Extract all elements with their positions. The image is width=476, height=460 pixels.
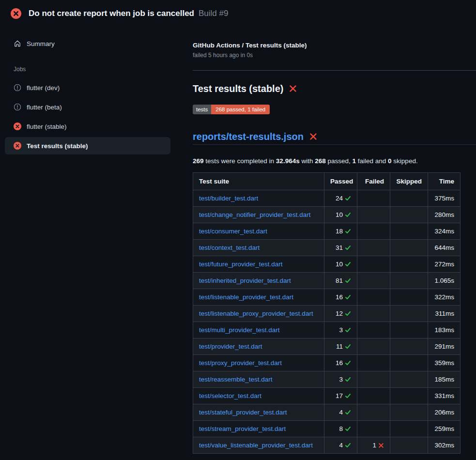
- test-suite-row: test/context_test.dart 31 644ms: [193, 240, 461, 256]
- sidebar-item-flutter-stable[interactable]: flutter (stable): [5, 118, 170, 135]
- check-icon: [345, 195, 351, 202]
- sidebar-job-label: flutter (stable): [27, 123, 67, 130]
- test-table-body: test/builder_test.dart 24 375ms test/cha…: [193, 190, 461, 454]
- test-suite-row: test/value_listenable_provider_test.dart…: [193, 437, 461, 454]
- jobs-section-label: Jobs: [5, 66, 170, 73]
- test-suite-link[interactable]: test/proxy_provider_test.dart: [199, 359, 282, 367]
- test-suite-row: test/listenable_proxy_provider_test.dart…: [193, 306, 461, 322]
- check-title-text: Test results (stable): [193, 82, 283, 95]
- sidebar-item-summary[interactable]: Summary: [5, 35, 170, 52]
- test-suite-link[interactable]: test/multi_provider_test.dart: [199, 326, 280, 334]
- tests-status-badge: tests 268 passed, 1 failed: [193, 105, 270, 114]
- workflow-run-title: Do not create report when job is cancell…: [29, 9, 194, 18]
- sidebar-job-label: flutter (dev): [27, 84, 60, 92]
- test-suite-row: test/change_notifier_provider_test.dart …: [193, 207, 461, 223]
- test-suite-row: test/stream_provider_test.dart 8 259ms: [193, 421, 461, 437]
- failed-x-circle-icon: [14, 142, 21, 150]
- column-header-passed: Passed: [324, 173, 357, 190]
- app-header: Do not create report when job is cancell…: [0, 0, 476, 27]
- failed-x-icon: [289, 84, 297, 93]
- check-icon: [345, 326, 351, 334]
- check-icon: [345, 228, 351, 235]
- check-run-content: GitHub Actions / Test results (stable) f…: [193, 27, 476, 454]
- build-number: Build #9: [199, 9, 228, 18]
- test-suite-link[interactable]: test/provider_test.dart: [199, 343, 262, 350]
- check-icon: [345, 293, 351, 301]
- sidebar-job-label: flutter (beta): [27, 104, 62, 111]
- test-suite-link[interactable]: test/value_listenable_provider_test.dart: [199, 442, 313, 449]
- test-suite-link[interactable]: test/context_test.dart: [199, 244, 260, 251]
- test-suite-row: test/provider_test.dart 11 291ms: [193, 338, 461, 355]
- page-title: Do not create report when job is cancell…: [29, 9, 228, 18]
- test-suite-row: test/inherited_provider_test.dart 81 1.0…: [193, 273, 461, 289]
- x-icon: [378, 442, 384, 449]
- breadcrumb: GitHub Actions / Test results (stable): [193, 42, 476, 49]
- column-header-failed: Failed: [357, 173, 390, 190]
- failed-x-circle-icon: [11, 8, 21, 19]
- check-icon: [345, 359, 351, 367]
- check-icon: [345, 409, 351, 416]
- sidebar-item-test-results-stable[interactable]: Test results (stable): [5, 137, 170, 154]
- badge-value: 268 passed, 1 failed: [211, 105, 270, 114]
- table-header-row: Test suite Passed Failed Skipped Time: [193, 173, 461, 190]
- test-suite-row: test/proxy_provider_test.dart 16 359ms: [193, 355, 461, 371]
- check-icon: [345, 425, 351, 432]
- column-header-time: Time: [428, 173, 461, 190]
- test-suite-link[interactable]: test/stateful_provider_test.dart: [199, 409, 287, 416]
- test-results-table: Test suite Passed Failed Skipped Time te…: [193, 172, 461, 454]
- check-icon: [345, 392, 351, 399]
- test-suite-link[interactable]: test/stream_provider_test.dart: [199, 425, 286, 432]
- test-suite-row: test/stateful_provider_test.dart 4 206ms: [193, 404, 461, 421]
- badge-label: tests: [193, 105, 211, 114]
- test-suite-row: test/listenable_provider_test.dart 16 32…: [193, 289, 461, 306]
- test-suite-row: test/builder_test.dart 24 375ms: [193, 190, 461, 207]
- check-icon: [345, 442, 351, 449]
- sidebar-item-flutter-beta[interactable]: flutter (beta): [5, 98, 170, 116]
- test-suite-link[interactable]: test/listenable_provider_test.dart: [199, 293, 293, 301]
- test-suite-link[interactable]: test/consumer_test.dart: [199, 228, 267, 235]
- column-header-skipped: Skipped: [390, 173, 428, 190]
- jobs-list: flutter (dev) flutter (beta) flutter (st…: [5, 79, 170, 154]
- check-icon: [345, 244, 351, 251]
- sidebar: Summary Jobs flutter (dev) flutter (beta…: [0, 27, 193, 156]
- check-icon: [345, 376, 351, 383]
- test-suite-link[interactable]: test/future_provider_test.dart: [199, 261, 283, 268]
- column-header-test-suite: Test suite: [193, 173, 324, 190]
- failed-x-icon: [309, 132, 318, 141]
- test-suite-row: test/future_provider_test.dart 10 272ms: [193, 256, 461, 273]
- check-title: Test results (stable): [193, 82, 476, 95]
- github-check-run-page: Do not create report when job is cancell…: [0, 0, 476, 454]
- test-suite-link[interactable]: test/builder_test.dart: [199, 195, 258, 202]
- report-title: reports/test-results.json: [193, 130, 476, 145]
- run-status-text: failed 5 hours ago in 0s: [193, 52, 476, 59]
- cancelled-octagon-icon: [14, 84, 21, 92]
- home-icon: [14, 40, 21, 47]
- summary-label: Summary: [27, 40, 55, 47]
- header-divider: [193, 70, 476, 71]
- test-suite-link[interactable]: test/selector_test.dart: [199, 392, 261, 399]
- test-suite-link[interactable]: test/inherited_provider_test.dart: [199, 277, 291, 284]
- sidebar-job-label: Test results (stable): [27, 142, 88, 150]
- main-layout: Summary Jobs flutter (dev) flutter (beta…: [0, 27, 476, 454]
- check-icon: [345, 310, 351, 317]
- sidebar-item-flutter-dev[interactable]: flutter (dev): [5, 79, 170, 96]
- test-suite-link[interactable]: test/change_notifier_provider_test.dart: [199, 211, 310, 218]
- failed-x-circle-icon: [14, 123, 21, 130]
- report-file-link[interactable]: reports/test-results.json: [193, 130, 304, 143]
- test-suite-row: test/selector_test.dart 17 331ms: [193, 388, 461, 404]
- check-icon: [345, 211, 351, 218]
- test-suite-row: test/multi_provider_test.dart 3 183ms: [193, 322, 461, 338]
- test-suite-row: test/consumer_test.dart 18 324ms: [193, 223, 461, 240]
- check-icon: [345, 343, 351, 350]
- test-suite-link[interactable]: test/listenable_proxy_provider_test.dart: [199, 310, 313, 317]
- check-icon: [345, 261, 351, 268]
- test-suite-row: test/reassemble_test.dart 3 185ms: [193, 371, 461, 388]
- check-icon: [345, 277, 351, 284]
- cancelled-octagon-icon: [14, 103, 21, 111]
- test-suite-link[interactable]: test/reassemble_test.dart: [199, 376, 273, 383]
- test-summary-line: 269 tests were completed in 32.964s with…: [193, 157, 476, 165]
